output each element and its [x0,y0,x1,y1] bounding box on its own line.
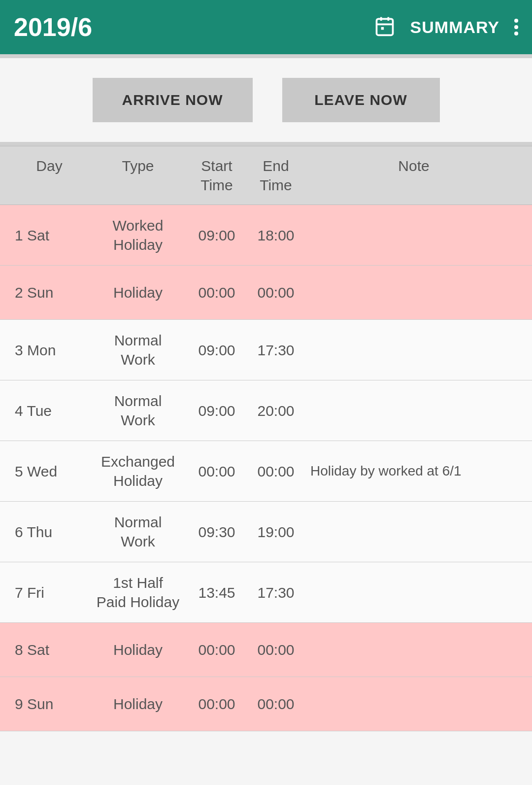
cell-note: Holiday by worked at 6/1 [305,462,522,480]
header-actions: SUMMARY [374,15,518,39]
app-header: 2019/6 SUMMARY [0,0,532,54]
cell-start-time: 00:00 [187,694,246,714]
cell-day: 2 Sun [10,283,89,302]
table-row[interactable]: 9 SunHoliday00:0000:00 [0,677,532,731]
cell-end-time: 00:00 [246,462,305,481]
cell-end-time: 00:00 [246,640,305,659]
cell-end-time: 19:00 [246,522,305,542]
cell-start-time: 00:00 [187,462,246,481]
cell-type: Normal Work [89,391,187,430]
svg-rect-0 [376,19,393,35]
cell-start-time: 09:00 [187,341,246,360]
cell-day: 8 Sat [10,640,89,659]
cell-end-time: 17:30 [246,341,305,360]
table-row[interactable]: 2 SunHoliday00:0000:00 [0,266,532,320]
table-row[interactable]: 5 WedExchanged Holiday00:0000:00Holiday … [0,441,532,502]
table-header: Day Type StartTime EndTime Note [0,146,532,205]
col-end-time: EndTime [246,156,305,195]
col-note: Note [305,156,522,195]
cell-type: Holiday [89,283,187,302]
cell-day: 6 Thu [10,522,89,542]
table-row[interactable]: 8 SatHoliday00:0000:00 [0,623,532,677]
action-buttons: ARRIVE NOW LEAVE NOW [0,58,532,142]
leave-now-button[interactable]: LEAVE NOW [282,78,440,122]
header-divider [0,54,532,58]
table-top-divider [0,142,532,146]
col-start-time: StartTime [187,156,246,195]
arrive-now-button[interactable]: ARRIVE NOW [93,78,253,122]
cell-day: 3 Mon [10,341,89,360]
table-row[interactable]: 3 MonNormal Work09:0017:30 [0,320,532,380]
table-row[interactable]: 1 SatWorked Holiday09:0018:00 [0,205,532,266]
cell-day: 7 Fri [10,583,89,602]
col-day: Day [10,156,89,195]
more-options-button[interactable] [514,19,518,35]
cell-type: Holiday [89,694,187,714]
cell-start-time: 13:45 [187,583,246,602]
cell-end-time: 18:00 [246,226,305,245]
cell-start-time: 09:00 [187,401,246,420]
cell-day: 4 Tue [10,401,89,420]
page-title: 2019/6 [14,12,92,42]
svg-rect-4 [381,27,384,30]
cell-type: Normal Work [89,331,187,369]
cell-start-time: 00:00 [187,283,246,302]
summary-button[interactable]: SUMMARY [410,18,499,37]
cell-day: 1 Sat [10,226,89,245]
cell-end-time: 20:00 [246,401,305,420]
table-row[interactable]: 6 ThuNormal Work09:3019:00 [0,502,532,562]
cell-type: Normal Work [89,512,187,551]
cell-end-time: 00:00 [246,694,305,714]
table-body: 1 SatWorked Holiday09:0018:002 SunHolida… [0,205,532,731]
cell-type: 1st Half Paid Holiday [89,573,187,612]
cell-start-time: 09:00 [187,226,246,245]
cell-start-time: 00:00 [187,640,246,659]
cell-type: Holiday [89,640,187,659]
cell-type: Exchanged Holiday [89,452,187,490]
cell-start-time: 09:30 [187,522,246,542]
cell-end-time: 17:30 [246,583,305,602]
calendar-icon[interactable] [374,15,396,39]
col-type: Type [89,156,187,195]
cell-type: Worked Holiday [89,216,187,254]
table-row[interactable]: 4 TueNormal Work09:0020:00 [0,380,532,441]
cell-day: 9 Sun [10,694,89,714]
table-row[interactable]: 7 Fri1st Half Paid Holiday13:4517:30 [0,562,532,623]
cell-day: 5 Wed [10,462,89,481]
cell-end-time: 00:00 [246,283,305,302]
